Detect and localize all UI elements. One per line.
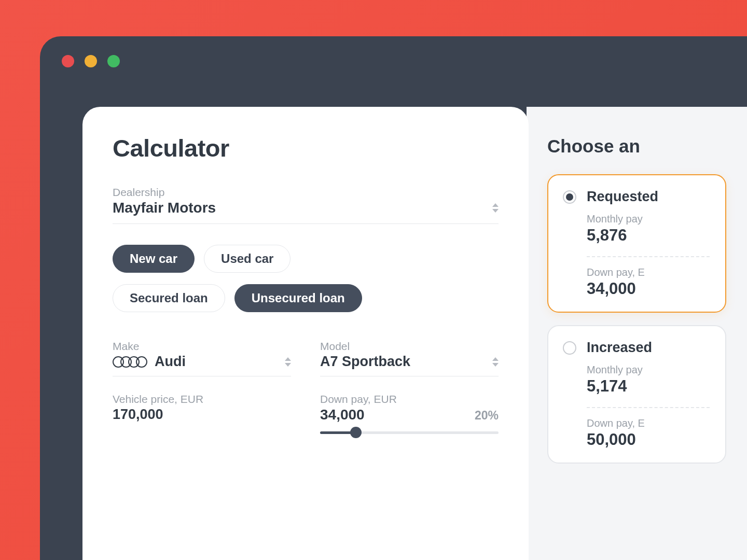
monthly-label: Monthly pay [587,364,710,376]
make-label: Make [113,340,291,353]
model-label: Model [320,340,499,353]
monthly-value: 5,174 [587,377,710,396]
window-controls [62,55,120,67]
dealership-field[interactable]: Dealership Mayfair Motors [113,186,499,224]
down-pay-field[interactable]: Down pay, EUR 34,000 20% [320,393,499,437]
model-value: A7 Sportback [320,354,410,370]
option-title: Requested [587,189,658,205]
options-panel: Choose an Requested Monthly pay 5,876 Do… [527,107,747,560]
car-type-pills: New car Used car [113,245,499,273]
loan-type-pills: Secured loan Unsecured loan [113,284,499,312]
calculator-panel: Calculator Dealership Mayfair Motors New… [82,107,529,560]
app-window: Calculator Dealership Mayfair Motors New… [40,36,747,560]
downpay-value: 50,000 [587,430,710,449]
down-pay-label: Down pay, EUR [320,393,499,405]
vehicle-price-label: Vehicle price, EUR [113,393,291,405]
make-value: Audi [155,354,186,370]
radio-icon[interactable] [563,190,576,204]
side-title: Choose an [547,136,726,157]
divider [587,407,710,408]
audi-logo-icon [113,356,147,368]
monthly-label: Monthly pay [587,213,710,225]
radio-icon[interactable] [563,341,576,355]
slider-handle-icon[interactable] [350,427,362,438]
chevron-sort-icon[interactable] [492,357,499,367]
window-close-icon[interactable] [62,55,74,67]
window-minimize-icon[interactable] [85,55,97,67]
dealership-value: Mayfair Motors [113,200,216,216]
page-title: Calculator [113,134,499,162]
chevron-sort-icon[interactable] [492,203,499,213]
monthly-value: 5,876 [587,226,710,245]
window-maximize-icon[interactable] [107,55,120,67]
divider [587,256,710,257]
chevron-sort-icon[interactable] [285,357,291,367]
make-field[interactable]: Make Audi [113,340,291,376]
secured-loan-pill[interactable]: Secured loan [113,284,225,312]
used-car-pill[interactable]: Used car [204,245,290,273]
new-car-pill[interactable]: New car [113,245,195,273]
model-field[interactable]: Model A7 Sportback [320,340,499,376]
option-card-requested[interactable]: Requested Monthly pay 5,876 Down pay, E … [547,174,726,313]
down-pay-percent: 20% [475,409,499,423]
option-card-increased[interactable]: Increased Monthly pay 5,174 Down pay, E … [547,325,726,464]
option-title: Increased [587,340,652,356]
downpay-label: Down pay, E [587,417,710,429]
dealership-label: Dealership [113,186,499,199]
down-pay-slider[interactable] [320,429,499,437]
downpay-label: Down pay, E [587,267,710,278]
downpay-value: 34,000 [587,279,710,298]
unsecured-loan-pill[interactable]: Unsecured loan [234,284,362,312]
vehicle-price-value: 170,000 [113,407,291,423]
vehicle-price-field[interactable]: Vehicle price, EUR 170,000 [113,393,291,437]
down-pay-value: 34,000 [320,407,365,423]
